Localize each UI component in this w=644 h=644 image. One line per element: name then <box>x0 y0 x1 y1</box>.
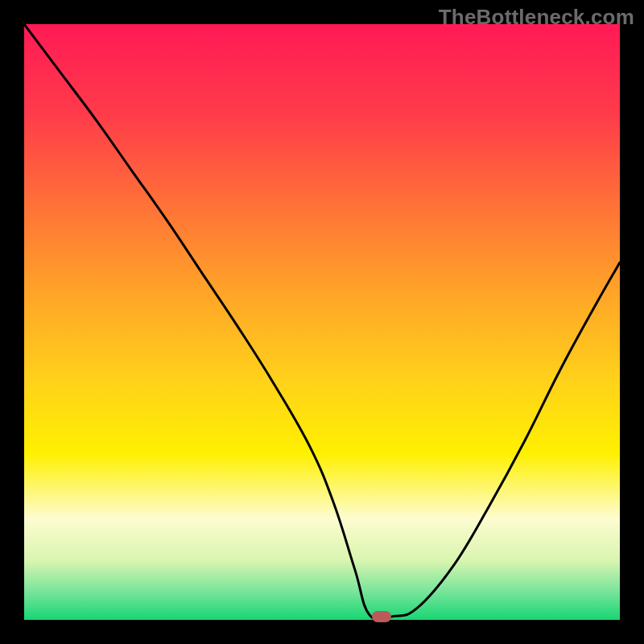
plot-area <box>24 24 620 620</box>
chart-frame: TheBottleneck.com <box>0 0 644 644</box>
plot-svg <box>24 24 620 620</box>
gradient-rect <box>24 24 620 620</box>
min-marker <box>372 611 391 622</box>
